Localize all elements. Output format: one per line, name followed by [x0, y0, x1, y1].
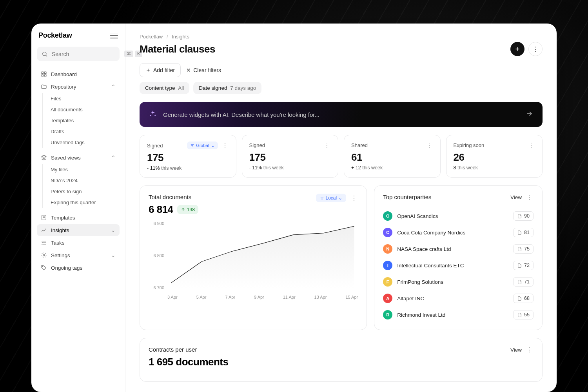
menu-toggle-icon[interactable] — [110, 33, 118, 38]
counterparty-count: 72 — [513, 261, 534, 270]
stat-card-expiring: Expiring soon ⋮ 26 8 this week — [446, 135, 543, 178]
counterparty-name: OpenAI Scandics — [397, 213, 508, 219]
sidebar-item-tasks[interactable]: Tasks — [37, 237, 120, 249]
ai-prompt-bar[interactable]: Generate widgets with AI. Describe what … — [140, 102, 543, 127]
sidebar-item-repository[interactable]: Repository ⌃ — [37, 81, 120, 93]
breadcrumb: Pocketlaw / Insights — [140, 34, 543, 40]
nav: Dashboard Repository ⌃ Files All documen… — [37, 68, 120, 274]
avatar: O — [383, 211, 392, 221]
sidebar-item-settings[interactable]: Settings ⌄ — [37, 249, 120, 261]
sidebar-item-templates-sub[interactable]: Templates — [47, 115, 120, 126]
counterparty-row[interactable]: N NASA Space crafts Ltd 75 — [383, 242, 534, 256]
tag-icon — [41, 265, 47, 271]
sidebar-item-unverified-tags[interactable]: Unverified tags — [47, 137, 120, 148]
card-more-icon[interactable]: ⋮ — [221, 142, 229, 149]
arrow-right-icon[interactable] — [525, 110, 533, 119]
search-input[interactable]: ⌘K — [37, 47, 120, 61]
breadcrumb-root[interactable]: Pocketlaw — [140, 34, 163, 40]
sidebar: Pocketlaw ⌘K Dashboard Repository ⌃ File… — [31, 24, 125, 392]
nav-label: Ongoing tags — [51, 265, 82, 271]
counterparty-name: Richmond Invest Ltd — [397, 312, 508, 318]
counterparty-count: 81 — [513, 228, 534, 237]
nav-label: Repository — [51, 84, 76, 90]
sidebar-item-my-files[interactable]: My files — [47, 164, 120, 175]
chevron-up-icon: ⌃ — [111, 83, 116, 90]
total-documents-chart: 6 9006 8006 700 3 Apr5 Apr7 Apr9 Apr11 A… — [149, 221, 358, 299]
filter-chip-date-signed[interactable]: Date signed 7 days ago — [193, 82, 261, 94]
filter-chip-content-type[interactable]: Content type All — [140, 82, 189, 94]
stat-card-signed: Signed ⋮ 175 - 11% this week — [242, 135, 339, 178]
sidebar-item-all-documents[interactable]: All documents — [47, 104, 120, 115]
svg-rect-5 — [44, 74, 46, 76]
counterparty-row[interactable]: I Intellectual Consultants ETC 72 — [383, 258, 534, 272]
stack-icon — [41, 154, 47, 161]
filter-chips: Content type All Date signed 7 days ago — [140, 82, 543, 94]
sidebar-item-peters[interactable]: Peters to sign — [47, 186, 120, 197]
panel-total-documents: Total documents 6 814 198 Local — [140, 185, 367, 330]
repository-submenu: Files All documents Templates Drafts Unv… — [42, 93, 120, 148]
scope-tag-global[interactable]: Global ⌄ — [187, 142, 218, 149]
scope-tag-local[interactable]: Local ⌄ — [316, 194, 347, 202]
more-button[interactable]: ⋮ — [528, 42, 543, 56]
plus-icon: ＋ — [145, 67, 151, 74]
sidebar-item-files[interactable]: Files — [47, 93, 120, 104]
sidebar-item-insights[interactable]: Insights ⌄ — [37, 224, 120, 236]
avatar: F — [383, 277, 392, 287]
add-filter-button[interactable]: ＋ Add filter — [140, 63, 181, 77]
counterparty-row[interactable]: F FrimPong Solutions 71 — [383, 275, 534, 289]
sidebar-item-saved-views[interactable]: Saved views ⌃ — [37, 152, 120, 163]
ai-prompt-text: Generate widgets with AI. Describe what … — [163, 111, 519, 118]
view-link[interactable]: View — [510, 194, 522, 200]
tasks-icon — [41, 240, 47, 246]
view-link[interactable]: View — [510, 347, 522, 353]
insights-icon — [41, 227, 47, 233]
avatar: R — [383, 310, 392, 319]
chevron-down-icon: ⌄ — [111, 227, 116, 233]
counterparty-name: Intellectual Consultants ETC — [397, 263, 508, 269]
sidebar-item-ongoing-tags[interactable]: Ongoing tags — [37, 262, 120, 274]
close-icon: ✕ — [186, 67, 191, 73]
card-more-icon[interactable]: ⋮ — [527, 142, 535, 149]
nav-label: Tasks — [51, 240, 65, 246]
svg-point-7 — [43, 254, 45, 256]
counterparty-row[interactable]: A Alfapet INC 68 — [383, 291, 534, 305]
counterparty-row[interactable]: C Coca Cola Company Nordics 81 — [383, 225, 534, 240]
sidebar-item-drafts[interactable]: Drafts — [47, 126, 120, 137]
card-more-icon[interactable]: ⋮ — [323, 142, 331, 149]
panel-more-icon[interactable]: ⋮ — [526, 194, 534, 201]
counterparty-count: 90 — [513, 211, 534, 221]
stat-card-signed-global: Signed Global ⌄ ⋮ 175 - 11% this week — [140, 135, 236, 178]
panel-contracts-per-user: Contracts per user 1 695 documents View … — [140, 338, 543, 382]
panel-counterparties: Top counterparties View ⋮ O OpenAI Scand… — [374, 185, 543, 330]
brand-logo: Pocketlaw — [38, 31, 72, 40]
counterparty-count: 71 — [513, 277, 534, 287]
nav-label: Templates — [51, 215, 75, 221]
sidebar-item-dashboard[interactable]: Dashboard — [37, 68, 120, 80]
chevron-down-icon: ⌄ — [211, 143, 215, 148]
counterparty-count: 75 — [513, 244, 534, 254]
clear-filters-button[interactable]: ✕ Clear filters — [186, 67, 221, 73]
card-more-icon[interactable]: ⋮ — [425, 142, 433, 149]
sidebar-item-templates[interactable]: Templates — [37, 212, 120, 223]
trend-badge: 198 — [177, 205, 198, 214]
main-content: Pocketlaw / Insights Material clauses ⋮ … — [125, 24, 557, 392]
counterparty-row[interactable]: O OpenAI Scandics 90 — [383, 209, 534, 223]
nav-label: Dashboard — [51, 71, 77, 77]
chevron-down-icon: ⌄ — [111, 252, 116, 258]
svg-point-8 — [42, 266, 43, 267]
breadcrumb-leaf[interactable]: Insights — [172, 34, 189, 40]
panel-more-icon[interactable]: ⋮ — [526, 346, 534, 354]
search-icon — [42, 51, 48, 57]
saved-views-submenu: My files NDA's 2024 Peters to sign Expir… — [42, 164, 120, 208]
page-title: Material clauses — [140, 43, 215, 55]
counterparty-count: 55 — [513, 310, 534, 319]
sidebar-item-expiring[interactable]: Expiring this quarter — [47, 197, 120, 208]
panel-more-icon[interactable]: ⋮ — [350, 194, 358, 202]
counterparty-list: O OpenAI Scandics 90 C Coca Cola Company… — [383, 209, 534, 322]
avatar: N — [383, 244, 392, 254]
add-button[interactable] — [510, 42, 524, 56]
counterparty-row[interactable]: R Richmond Invest Ltd 55 — [383, 308, 534, 322]
stat-card-shared: Shared ⋮ 61 + 12 this week — [344, 135, 441, 178]
search-field[interactable] — [52, 51, 120, 57]
sidebar-item-ndas[interactable]: NDA's 2024 — [47, 175, 120, 186]
